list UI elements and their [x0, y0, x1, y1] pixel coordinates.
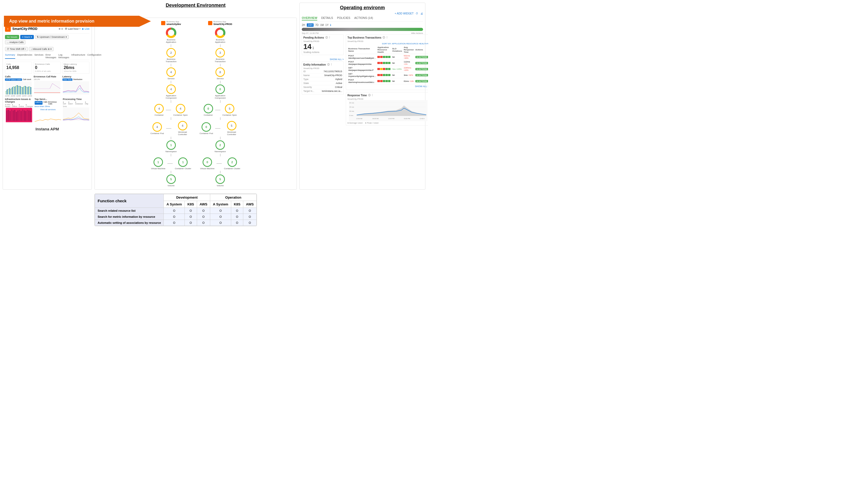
no-issues-btn[interactable]: No Issues — [5, 35, 19, 39]
time-1m[interactable]: 1M — [320, 24, 324, 26]
entity-id-row: ID 7411103179051S — [303, 70, 342, 73]
svg-rect-24 — [13, 110, 14, 121]
time-shift-btn[interactable]: ⏱ Time Shift Off ▾ — [5, 47, 28, 51]
dev-asystem-col: A System — [164, 201, 185, 208]
bt-row3-actions[interactable]: 14 ACTIONS — [415, 66, 428, 72]
tab-config[interactable]: Configuration — [87, 54, 102, 59]
entity-info-title: Entity Information ⓘ ⋮ — [303, 63, 342, 66]
col2-biz-txn-label: Business Transaction — [211, 58, 229, 63]
bt-row5-slo: Nil — [391, 78, 403, 84]
entity-state-row: State Active — [303, 81, 342, 85]
tab-infra[interactable]: Infrastructure — [71, 54, 85, 59]
svg-rect-32 — [25, 111, 26, 121]
tab-services[interactable]: Services — [34, 54, 43, 59]
operating-panel: Operating environm + ADD WIDGET ⏱ 🖨 OVER… — [299, 3, 425, 190]
bt-row4-actions[interactable]: 14 ACTIONS — [415, 72, 428, 78]
col2-workload-label: Workload Controller — [222, 131, 241, 136]
function-table-body: Search related resource list O O O O O O… — [95, 208, 257, 226]
over-time-badge: Over Time — [63, 78, 72, 81]
col2-header: Business App SmartCity-PROD — [208, 20, 232, 25]
tab-errors[interactable]: Error Messages — [46, 54, 56, 59]
instana-controls-row1: No Issues ≡ Stack ▾ ⇅ Upstream / Downstr… — [5, 34, 89, 46]
col1-workload: 4 Workload Controller — [174, 121, 192, 136]
time-1y[interactable]: 1Y — [325, 24, 328, 26]
function-table-head: Function check Development Operation A S… — [95, 194, 257, 208]
operation-group-header: Operation — [210, 194, 257, 201]
col1-namespace-label: Namespace — [165, 150, 177, 153]
latency-label: Mean Latency — [64, 63, 88, 65]
view-all-services[interactable]: View all services — [35, 108, 61, 111]
func-row3-op-aws: O — [243, 220, 257, 226]
entity-info-icon: ⓘ ⋮ — [327, 63, 333, 66]
svg-rect-23 — [11, 109, 12, 121]
col1-biz-txn-label: Business Transaction — [162, 58, 180, 63]
function-check-table: Function check Development Operation A S… — [95, 194, 257, 226]
tab-summary[interactable]: Summary — [5, 54, 15, 59]
col2-cluster: 2 Container Cluster — [224, 158, 240, 170]
func-row2-op-k8s: O — [231, 214, 243, 220]
col2-biz-app-circle — [215, 28, 226, 38]
pending-actions-sub: SmartCity-PROD — [303, 40, 342, 42]
tab-actions[interactable]: ACTIONS (14) — [354, 16, 373, 20]
time-7d[interactable]: 7D — [315, 24, 319, 26]
erroneous-label: Erroneous Calls — [35, 63, 59, 65]
bt-row4-resp: 3ms +92% — [403, 72, 414, 78]
col1-cluster: 1 Container Cluster — [175, 158, 191, 170]
timeline-endpoints: Sep 07, 11:00 PM After Actions — [302, 32, 423, 34]
tab-policies[interactable]: POLICIES — [337, 16, 350, 20]
col2-workload-circle: 5 — [227, 121, 236, 130]
svg-text:06:00 PM: 06:00 PM — [404, 118, 410, 119]
col1-container-circle: 4 — [154, 104, 164, 113]
inbound-calls-btn[interactable]: ↓ Inbound Calls ⊕ ▾ — [29, 47, 54, 51]
time-24h[interactable]: 24H — [307, 23, 314, 27]
erroneous-badge: Erroneous Calls — [48, 101, 61, 105]
svg-rect-3 — [10, 88, 10, 94]
connector — [220, 154, 220, 156]
bt-col-name: Business Transaction Name — [347, 46, 377, 54]
tab-dependencies[interactable]: Dependencies — [17, 54, 33, 59]
entity-target-key: Target N... — [303, 90, 314, 92]
bt-row1-actions[interactable]: 14 ACTIONS — [415, 54, 428, 60]
table-row: GET /dw/paper/dwpaperint/dw-P — [347, 66, 428, 72]
col1-pod-pair: 4 Container Pod 4 Workload Controller — [150, 121, 192, 136]
col2-volume-label: Volume — [217, 184, 224, 187]
func-row1-name: Search related resource list — [95, 208, 164, 214]
svg-text:60 min: 60 min — [349, 102, 354, 104]
bt-row2-actions[interactable]: 14 ACTIONS — [415, 60, 428, 66]
func-row1-op-asys: O — [210, 208, 231, 214]
entity-info-sub: SmartCity-PROD — [303, 67, 342, 70]
resp-time-icon: ⓘ ⋮ — [368, 94, 374, 97]
connector — [171, 81, 171, 84]
tab-details[interactable]: DETAILS — [321, 16, 333, 20]
show-all-pending[interactable]: SHOW ALL > — [302, 57, 344, 61]
func-group-header-row: Function check Development Operation — [95, 194, 257, 201]
erroneous-sub: 0.00% of all calls — [35, 70, 59, 72]
connector — [171, 64, 171, 66]
calls-badge: Calls — [43, 101, 48, 105]
add-widget-btn[interactable]: + ADD WIDGET — [395, 12, 414, 15]
entity-severity-row: Severity Critical — [303, 85, 342, 89]
connector — [220, 117, 220, 120]
bt-row5-actions[interactable]: 14 ACTIONS — [415, 78, 428, 84]
function-check-label: Function check — [95, 194, 164, 208]
time-2h[interactable]: 2H — [302, 24, 305, 26]
svg-text:12:00 A: 12:00 A — [420, 118, 425, 119]
svg-rect-26 — [16, 112, 17, 121]
processing-label: Processing Time — [63, 98, 89, 101]
upstream-btn[interactable]: ⇅ Upstream / Downstream ▾ — [35, 35, 69, 39]
tab-overview[interactable]: OVERVIEW — [302, 16, 317, 20]
latency-sub: 12ms for 80th — [64, 70, 88, 72]
stack-btn[interactable]: ≡ Stack ▾ — [20, 35, 34, 39]
pending-count: 14 — [303, 42, 311, 51]
sort-chevron: ▼ — [427, 42, 428, 45]
col1-app-label: Business App — [166, 20, 181, 23]
col2-namespace: 2 Namespace — [215, 140, 226, 153]
analyze-calls-btn[interactable]: ... Analyze Calls — [5, 40, 25, 44]
show-all-bt[interactable]: SHOW ALL > — [347, 84, 428, 88]
col2-pod: 0 Container Pod — [200, 122, 213, 134]
tab-logs[interactable]: Log Messages — [58, 54, 69, 59]
col2-cluster-label: Container Cluster — [224, 167, 240, 170]
func-row1-op-aws: O — [243, 208, 257, 214]
sort-label[interactable]: SORT BY: APPLICATION RESOURCE HEALTH — [382, 42, 427, 45]
bt-row1-resp: 531ms +30% — [403, 54, 414, 60]
